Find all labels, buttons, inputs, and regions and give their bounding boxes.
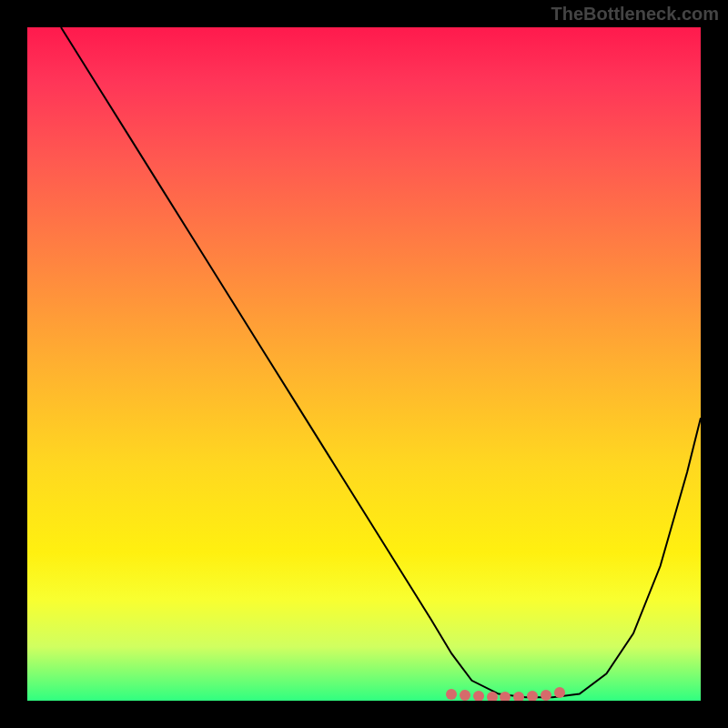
highlight-point: [487, 692, 498, 701]
highlight-point: [527, 691, 538, 701]
highlight-point: [541, 690, 551, 701]
highlight-point: [500, 692, 511, 701]
watermark-text: TheBottleneck.com: [551, 4, 719, 25]
highlight-point: [446, 689, 457, 700]
highlight-point: [513, 692, 524, 701]
highlight-point: [473, 691, 484, 701]
highlight-point: [554, 687, 565, 698]
chart-plot-area: [27, 27, 701, 701]
chart-highlight-points: [27, 27, 701, 701]
highlight-point: [460, 690, 470, 701]
